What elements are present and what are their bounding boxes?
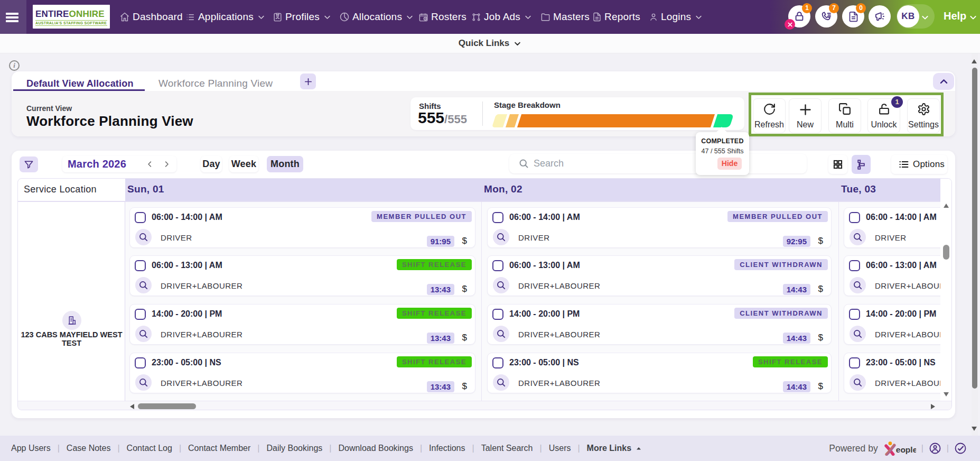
svg-text:eople: eople (895, 445, 916, 454)
